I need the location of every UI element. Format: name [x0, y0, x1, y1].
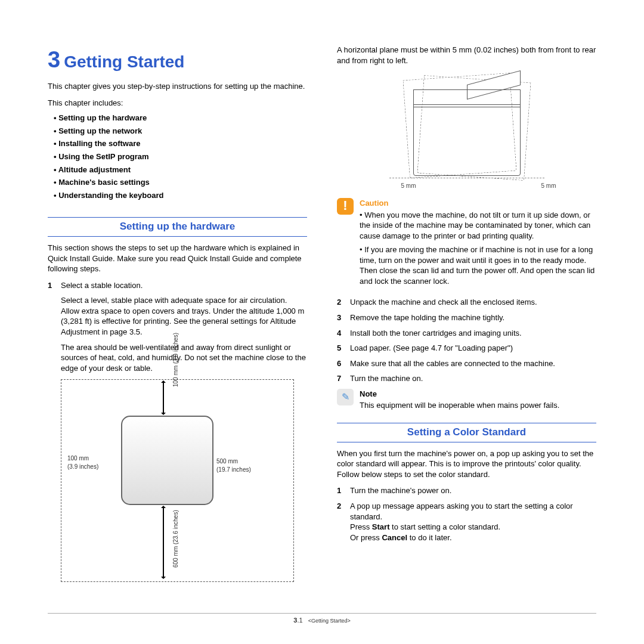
note-text: This equipment will be inoperable when m…: [360, 400, 559, 411]
section1-intro: This section shows the steps to set up t…: [48, 243, 307, 274]
chapter-title: 3Getting Started: [48, 45, 307, 75]
chapter-name: Getting Started: [64, 52, 184, 71]
dim-label-right: 500 mm(19.7 inches): [216, 457, 251, 473]
printer-top-icon: [121, 416, 213, 505]
mm-label: 5 mm: [401, 182, 416, 190]
clearance-diagram: 100 mm (3.9 inches) 100 mm(3.9 inches) 5…: [61, 379, 294, 582]
step-text: Remove the tape holding the machine tigh…: [350, 312, 596, 323]
caution-item: When you move the machine, do not tilt o…: [360, 210, 596, 242]
toc-item: Setting up the hardware: [54, 113, 307, 123]
step-number: 1: [337, 485, 350, 496]
step-text: A pop up message appears asking you to s…: [350, 501, 596, 543]
step-detail: Select a level, stable place with adequa…: [61, 295, 307, 337]
step-number: 6: [337, 358, 350, 369]
toc-item: Altitude adjustment: [54, 165, 307, 175]
left-column: 3Getting Started This chapter gives you …: [48, 45, 307, 582]
caution-label: Caution: [360, 198, 596, 209]
toc-item: Understanding the keyboard: [54, 190, 307, 201]
step-detail: The area should be well-ventilated and a…: [61, 342, 307, 374]
level-diagram: 5 mm 5 mm: [377, 72, 556, 191]
step-number: 7: [337, 373, 350, 384]
caution-icon: !: [337, 198, 354, 215]
level-intro: A horizontal plane must be within 5 mm (…: [337, 45, 596, 66]
toc-item: Machine's basic settings: [54, 177, 307, 188]
note-label: Note: [360, 389, 559, 400]
step-text: Make sure that all the cables are connec…: [350, 358, 596, 369]
chapter-number: 3: [48, 47, 60, 72]
toc-item: Using the SetIP program: [54, 151, 307, 162]
includes-label: This chapter includes:: [48, 98, 307, 109]
arrow-icon: [163, 508, 164, 577]
printer-side-icon: [413, 78, 521, 176]
arrow-icon: [163, 383, 164, 413]
step-number: 4: [337, 328, 350, 339]
step-text: Load paper. (See page 4.7 for "Loading p…: [350, 343, 596, 354]
step-number: 1: [48, 280, 61, 291]
step-number: 3: [337, 312, 350, 323]
section2-intro: When you first turn the machine's power …: [337, 448, 596, 480]
caution-item: If you are moving the machine or if mach…: [360, 244, 596, 286]
step-text: Unpack the machine and check all the enc…: [350, 297, 596, 308]
step-text: Select a stable location.: [61, 280, 307, 291]
step-row: 1 Select a stable location.: [48, 280, 307, 291]
mm-label: 5 mm: [541, 182, 556, 190]
dim-label-top: 100 mm (3.9 inches): [172, 333, 180, 387]
note-box: ✎ Note This equipment will be inoperable…: [337, 389, 596, 411]
chapter-intro: This chapter gives you step-by-step inst…: [48, 81, 307, 92]
step-number: 5: [337, 343, 350, 354]
page-number-minor: .1: [297, 617, 302, 624]
section-heading-color: Setting a Color Standard: [337, 423, 596, 442]
dim-label-left: 100 mm(3.9 inches): [67, 454, 98, 470]
page-footer: 3.1 <Getting Started>: [48, 613, 596, 625]
step-text: Turn the machine's power on.: [350, 485, 596, 496]
step-number: 2: [337, 501, 350, 543]
step-text: Install both the toner cartridges and im…: [350, 328, 596, 339]
step-text: Turn the machine on.: [350, 373, 596, 384]
footer-chapter: <Getting Started>: [308, 618, 351, 624]
caution-box: ! Caution When you move the machine, do …: [337, 198, 596, 290]
toc-item: Setting up the network: [54, 126, 307, 137]
step-number: 2: [337, 297, 350, 308]
toc-list: Setting up the hardware Setting up the n…: [48, 113, 307, 200]
dim-label-bottom: 600 mm (23.6 inches): [172, 510, 180, 568]
dash-line-icon: [389, 178, 544, 178]
right-column: A horizontal plane must be within 5 mm (…: [337, 45, 596, 582]
note-icon: ✎: [337, 389, 354, 405]
toc-item: Installing the software: [54, 138, 307, 149]
section-heading-hardware: Setting up the hardware: [48, 217, 307, 237]
